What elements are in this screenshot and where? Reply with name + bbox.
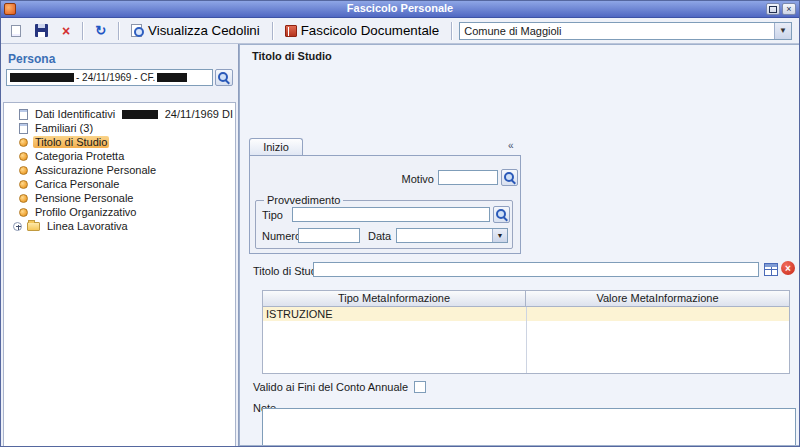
comune-combobox[interactable]: Comune di Maggioli ▼ bbox=[459, 22, 792, 40]
comune-combobox-value: Comune di Maggioli bbox=[460, 25, 774, 37]
refresh-button[interactable]: ↻ bbox=[90, 21, 111, 41]
provvedimento-legend: Provvedimento bbox=[264, 194, 343, 206]
toolbar-separator bbox=[272, 22, 273, 40]
window-restore-icon[interactable] bbox=[766, 3, 780, 15]
folder-icon bbox=[27, 222, 40, 231]
tree-item-categoria-protetta[interactable]: Categoria Protetta bbox=[4, 149, 235, 163]
tree-item-label: Familiari (3) bbox=[33, 122, 95, 134]
cell-valore bbox=[526, 307, 789, 321]
magnifier-icon bbox=[496, 209, 508, 221]
persona-lookup-button[interactable] bbox=[215, 69, 233, 86]
note-textarea[interactable] bbox=[262, 408, 796, 446]
visualizza-cedolini-label: Visualizza Cedolini bbox=[148, 23, 260, 38]
collapse-icon[interactable]: « bbox=[508, 140, 514, 151]
bullet-icon bbox=[19, 152, 28, 161]
redacted-cf bbox=[157, 73, 187, 82]
inizio-tabpanel: Motivo Provvedimento Tipo Numero Data bbox=[249, 155, 521, 254]
tree-item-label: 24/11/1969 DI bbox=[163, 108, 235, 120]
bullet-icon bbox=[19, 208, 28, 217]
motivo-lookup-button[interactable] bbox=[501, 169, 518, 186]
cell-tipo: ISTRUZIONE bbox=[263, 307, 526, 321]
save-button[interactable] bbox=[30, 21, 53, 41]
fascicolo-documentale-label: Fascicolo Documentale bbox=[301, 23, 440, 38]
titlebar: Fascicolo Personale × bbox=[1, 1, 799, 18]
window-close-icon[interactable]: × bbox=[782, 3, 796, 15]
data-label: Data bbox=[368, 230, 391, 242]
tipo-label: Tipo bbox=[262, 209, 283, 221]
new-document-button[interactable] bbox=[6, 21, 26, 41]
valido-conto-annuale-label: Valido ai Fini del Conto Annuale bbox=[253, 381, 408, 393]
chevron-down-icon[interactable]: ▼ bbox=[774, 23, 791, 39]
metainfo-grid-button[interactable] bbox=[764, 263, 778, 276]
tree-item-label: Pensione Personale bbox=[33, 192, 135, 204]
tree-item-label: Titolo di Studio bbox=[33, 136, 109, 148]
bullet-icon bbox=[19, 180, 28, 189]
tree-item-linea-lavorativa[interactable]: Linea Lavorativa bbox=[4, 219, 235, 233]
delete-button[interactable]: × bbox=[57, 21, 75, 41]
visualizza-cedolini-button[interactable]: Visualizza Cedolini bbox=[126, 21, 265, 41]
metainfo-table: Tipo MetaInformazione Valore MetaInforma… bbox=[262, 290, 790, 374]
numero-input[interactable] bbox=[298, 228, 360, 243]
fascicolo-documentale-button[interactable]: Fascicolo Documentale bbox=[280, 21, 445, 41]
magnifier-icon bbox=[504, 172, 516, 184]
fascicolo-personale-window: Fascicolo Personale × × ↻ Visualizza Ced… bbox=[0, 0, 800, 447]
detail-panel-title: Titolo di Studio bbox=[252, 50, 332, 62]
tree-item-label: Categoria Protetta bbox=[33, 150, 126, 162]
bullet-icon bbox=[19, 138, 28, 147]
magnifier-icon bbox=[218, 72, 230, 84]
data-input[interactable] bbox=[397, 229, 492, 242]
persona-value-text: - 24/11/1969 - CF. bbox=[76, 72, 155, 83]
save-icon bbox=[35, 24, 48, 37]
tree-item-titolo-di-studio[interactable]: Titolo di Studio bbox=[4, 135, 235, 149]
numero-label: Numero bbox=[262, 230, 301, 242]
tipo-lookup-button[interactable] bbox=[493, 206, 510, 223]
tree-item-label: Carica Personale bbox=[33, 178, 121, 190]
redacted-name bbox=[10, 73, 74, 82]
column-divider bbox=[526, 307, 527, 373]
toolbar-separator bbox=[82, 22, 83, 40]
provvedimento-groupbox: Provvedimento Tipo Numero Data ▼ bbox=[255, 200, 513, 249]
clear-titolo-button[interactable]: × bbox=[781, 261, 795, 275]
tree-item-label: Dati Identificativi bbox=[33, 108, 117, 120]
tab-inizio[interactable]: Inizio bbox=[249, 138, 303, 156]
data-combobox[interactable]: ▼ bbox=[396, 228, 508, 243]
tree-item-pensione-personale[interactable]: Pensione Personale bbox=[4, 191, 235, 205]
persona-search-input[interactable]: - 24/11/1969 - CF. bbox=[6, 69, 213, 86]
fascicolo-tree: Dati Identificativi 24/11/1969 DI Famili… bbox=[3, 102, 236, 446]
motivo-input[interactable] bbox=[438, 170, 498, 185]
persona-section-title: Persona bbox=[8, 52, 238, 66]
chevron-down-icon[interactable]: ▼ bbox=[492, 229, 507, 242]
delete-icon: × bbox=[62, 24, 70, 38]
conto-annuale-checkbox[interactable] bbox=[414, 381, 426, 393]
bullet-icon bbox=[19, 166, 28, 175]
toolbar: × ↻ Visualizza Cedolini Fascicolo Docume… bbox=[1, 18, 799, 44]
column-header-valore[interactable]: Valore MetaInformazione bbox=[526, 291, 789, 307]
expand-icon[interactable] bbox=[13, 222, 22, 231]
tree-item-assicurazione-personale[interactable]: Assicurazione Personale bbox=[4, 163, 235, 177]
column-header-tipo[interactable]: Tipo MetaInformazione bbox=[263, 291, 526, 307]
redacted-name bbox=[122, 110, 158, 119]
tree-item-carica-personale[interactable]: Carica Personale bbox=[4, 177, 235, 191]
window-title: Fascicolo Personale bbox=[1, 2, 799, 14]
toolbar-separator bbox=[451, 22, 452, 40]
tree-item-label: Linea Lavorativa bbox=[45, 220, 130, 232]
titolo-di-studio-input[interactable] bbox=[313, 262, 759, 277]
persona-panel: Persona - 24/11/1969 - CF. Dati Identifi… bbox=[1, 44, 239, 446]
tree-item-profilo-organizzativo[interactable]: Profilo Organizzativo bbox=[4, 205, 235, 219]
bullet-icon bbox=[19, 194, 28, 203]
toolbar-separator bbox=[118, 22, 119, 40]
tipo-input[interactable] bbox=[292, 207, 490, 222]
cedolini-icon bbox=[131, 24, 144, 37]
document-icon bbox=[19, 109, 28, 120]
tree-item-label: Assicurazione Personale bbox=[33, 164, 158, 176]
tree-item-label: Profilo Organizzativo bbox=[33, 206, 139, 218]
detail-panel: Titolo di Studio Inizio « Motivo Provved… bbox=[239, 44, 799, 446]
new-document-icon bbox=[11, 25, 21, 37]
tree-item-dati-identificativi[interactable]: Dati Identificativi 24/11/1969 DI bbox=[4, 107, 235, 121]
tree-item-familiari[interactable]: Familiari (3) bbox=[4, 121, 235, 135]
refresh-icon: ↻ bbox=[95, 24, 106, 38]
documentale-icon bbox=[285, 25, 297, 37]
document-icon bbox=[19, 123, 28, 134]
motivo-label: Motivo bbox=[310, 173, 434, 185]
